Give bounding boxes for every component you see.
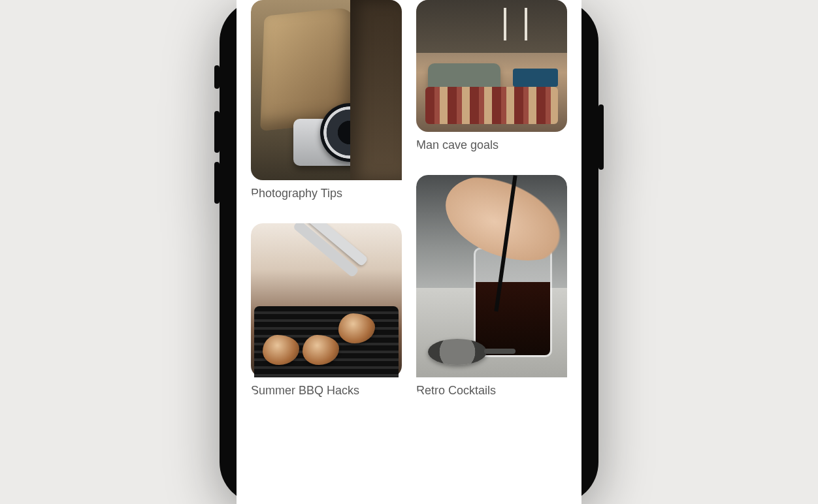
pin-caption: Summer BBQ Hacks	[251, 384, 402, 398]
masonry-columns: Photography Tips Summer BBQ Hacks	[251, 0, 567, 504]
pin-caption: Retro Cocktails	[416, 384, 567, 398]
column-right: Man cave goals Retro Cocktai	[416, 0, 567, 504]
pin-card[interactable]: Man cave goals	[416, 0, 567, 153]
phone-screen: Photography Tips Summer BBQ Hacks	[237, 0, 581, 504]
phone-device: Photography Tips Summer BBQ Hacks	[220, 0, 598, 504]
pin-caption: Photography Tips	[251, 187, 402, 201]
pin-card[interactable]: Summer BBQ Hacks	[251, 223, 402, 398]
pin-card[interactable]: Retro Cocktails	[416, 175, 567, 398]
volume-down-button	[214, 162, 220, 204]
mute-switch	[214, 65, 220, 89]
volume-up-button	[214, 111, 220, 153]
grill-icon	[251, 223, 402, 377]
column-left: Photography Tips Summer BBQ Hacks	[251, 0, 402, 504]
pin-feed[interactable]: Photography Tips Summer BBQ Hacks	[237, 0, 581, 504]
power-button	[598, 104, 604, 170]
phone-frame: Photography Tips Summer BBQ Hacks	[220, 0, 598, 504]
pin-card[interactable]: Photography Tips	[251, 0, 402, 201]
pin-caption: Man cave goals	[416, 138, 567, 153]
interior-icon	[416, 0, 567, 132]
cocktail-icon	[416, 175, 567, 377]
camera-icon	[251, 0, 402, 180]
